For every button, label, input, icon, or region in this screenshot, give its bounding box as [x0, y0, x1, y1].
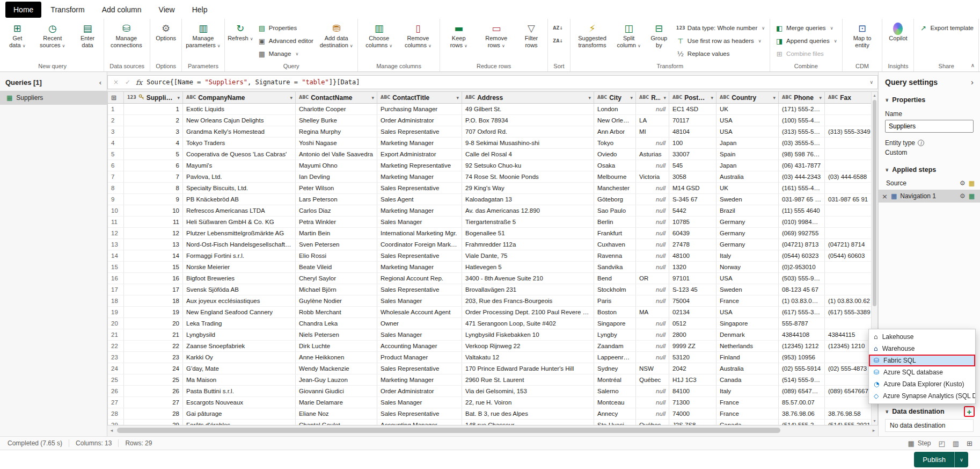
table-cell[interactable]: Formaggi Fortini s.r.l.: [183, 250, 296, 262]
table-cell[interactable]: null: [636, 205, 669, 217]
table-cell[interactable]: Oviedo: [594, 149, 636, 160]
row-number[interactable]: 11: [108, 217, 124, 228]
schema-view-icon[interactable]: ▥: [953, 439, 959, 448]
ribbon-button-data-type-whole-number[interactable]: 123Data type: Whole number∨: [674, 21, 767, 34]
horizontal-scrollbar[interactable]: ◂ ▸: [107, 426, 878, 435]
table-cell[interactable]: G'day, Mate: [183, 363, 296, 374]
table-cell[interactable]: 21: [124, 329, 183, 341]
table-cell[interactable]: Spain: [716, 149, 779, 160]
table-cell[interactable]: Canada: [716, 374, 779, 386]
table-cell[interactable]: Norway: [716, 262, 779, 273]
table-cell[interactable]: (04721) 8713: [779, 239, 825, 250]
scroll-down-icon[interactable]: ▾: [872, 417, 877, 425]
row-number[interactable]: 1: [108, 104, 124, 115]
table-cell[interactable]: Canada: [716, 420, 779, 425]
table-cell[interactable]: Refrescos Americanas LTDA: [183, 205, 296, 217]
table-cell[interactable]: 71300: [669, 397, 716, 408]
table-cell[interactable]: Antonio del Valle Saavedra: [296, 149, 377, 160]
delete-step-icon[interactable]: ×: [882, 192, 888, 200]
table-cell[interactable]: (313) 555-3349: [825, 126, 878, 138]
table-cell[interactable]: Order Administrator: [377, 115, 462, 126]
table-cell[interactable]: (1) 03.83.00.68: [779, 295, 825, 307]
table-cell[interactable]: MA: [636, 307, 669, 318]
table-cell[interactable]: 1320: [669, 262, 716, 273]
table-cell[interactable]: NSW: [636, 363, 669, 374]
table-cell[interactable]: Québec: [636, 420, 669, 425]
column-header-phone[interactable]: ABCPhone▾: [779, 92, 825, 103]
scroll-up-icon[interactable]: ▴: [872, 92, 877, 99]
scroll-left-icon[interactable]: ◂: [107, 428, 116, 433]
table-cell[interactable]: (171) 555-2222: [779, 104, 825, 115]
table-cell[interactable]: Michael Björn: [296, 284, 377, 295]
table-cell[interactable]: Tokyo: [594, 138, 636, 149]
table-cell[interactable]: Export Administrator: [377, 149, 462, 160]
table-cell[interactable]: 97101: [669, 273, 716, 284]
table-cell[interactable]: (98) 598 76 54: [779, 149, 825, 160]
table-cell[interactable]: 031-987 65 91: [825, 194, 878, 205]
table-cell[interactable]: Germany: [716, 239, 779, 250]
table-cell[interactable]: Manchester: [594, 183, 636, 194]
table-cell[interactable]: 75004: [669, 295, 716, 307]
column-header-contactname[interactable]: ABCContactName▾: [296, 92, 377, 103]
table-cell[interactable]: Jean-Guy Lauzon: [296, 374, 377, 386]
table-cell[interactable]: Regional Account Rep.: [377, 273, 462, 284]
grid-green-icon[interactable]: ▦: [969, 192, 975, 200]
table-cell[interactable]: 203, Rue des Francs-Bourgeois: [462, 295, 594, 307]
table-cell[interactable]: (0)2-953010: [779, 262, 825, 273]
table-cell[interactable]: 3: [124, 126, 183, 138]
table-cell[interactable]: 471 Serangoon Loop, Suite #402: [462, 318, 594, 329]
ribbon-button-sort-ascending-icon[interactable]: AZ↓: [550, 21, 564, 34]
row-number[interactable]: 25: [108, 374, 124, 386]
table-cell[interactable]: 5442: [669, 205, 716, 217]
table-cell[interactable]: Lyngbysild: [183, 329, 296, 341]
table-cell[interactable]: null: [636, 318, 669, 329]
ribbon-button-group-by[interactable]: ⊟Group by: [646, 20, 672, 50]
table-cell[interactable]: 25: [124, 374, 183, 386]
ribbon-button-enter-data[interactable]: ▤Enter data: [74, 20, 102, 50]
table-cell[interactable]: 2042: [669, 363, 716, 374]
table-cell[interactable]: [825, 104, 878, 115]
table-cell[interactable]: (514) 555-2955: [779, 420, 825, 425]
table-cell[interactable]: J2S 7S8: [669, 420, 716, 425]
destination-option-warehouse[interactable]: ⌂Warehouse: [869, 343, 975, 355]
table-cell[interactable]: Chantal Goulet: [296, 420, 377, 425]
table-cell[interactable]: [825, 160, 878, 171]
table-cell[interactable]: USA: [716, 115, 779, 126]
table-cell[interactable]: Sweden: [716, 284, 779, 295]
table-cell[interactable]: Lars Peterson: [296, 194, 377, 205]
table-cell[interactable]: Sales Manager: [377, 397, 462, 408]
table-cell[interactable]: null: [636, 250, 669, 262]
table-cell[interactable]: S-345 67: [669, 194, 716, 205]
table-cell[interactable]: Frahmredder 112a: [462, 239, 594, 250]
table-cell[interactable]: 12: [124, 228, 183, 239]
table-cell[interactable]: Sweden: [716, 194, 779, 205]
table-cell[interactable]: 48104: [669, 126, 716, 138]
menu-tab-view[interactable]: View: [151, 2, 183, 18]
table-cell[interactable]: null: [636, 194, 669, 205]
table-cell[interactable]: Peter Wilson: [296, 183, 377, 194]
table-cell[interactable]: Melbourne: [594, 171, 636, 183]
table-cell[interactable]: Lappeenranta: [594, 352, 636, 363]
row-number[interactable]: 19: [108, 307, 124, 318]
table-cell[interactable]: null: [636, 341, 669, 352]
ribbon-button-keep-rows[interactable]: ▬Keep rows∨: [442, 20, 476, 50]
query-name-input[interactable]: [885, 120, 974, 133]
row-number[interactable]: 5: [108, 149, 124, 160]
table-cell[interactable]: 29 King's Way: [462, 183, 594, 194]
column-filter-button[interactable]: ▾: [456, 95, 459, 100]
table-cell[interactable]: Japan: [716, 160, 779, 171]
table-cell[interactable]: 031-987 65 43: [779, 194, 825, 205]
ribbon-button-add-data-destination[interactable]: ⛃Add data destination∨: [317, 20, 355, 50]
table-cell[interactable]: Wholesale Account Agent: [377, 307, 462, 318]
table-cell[interactable]: 74000: [669, 408, 716, 420]
table-cell[interactable]: 9-8 Sekimai Musashino-shi: [462, 138, 594, 149]
table-cell[interactable]: Calle del Rosal 4: [462, 149, 594, 160]
applied-step-source[interactable]: Source⚙▦: [879, 177, 980, 190]
row-number[interactable]: 17: [108, 284, 124, 295]
ribbon-button-export-template[interactable]: ↗Export template: [916, 21, 976, 34]
table-cell[interactable]: (0544) 60323: [779, 250, 825, 262]
table-cell[interactable]: (161) 555-4448: [779, 183, 825, 194]
table-cell[interactable]: Sales Manager: [377, 217, 462, 228]
table-cell[interactable]: 84100: [669, 386, 716, 397]
row-number[interactable]: 22: [108, 341, 124, 352]
